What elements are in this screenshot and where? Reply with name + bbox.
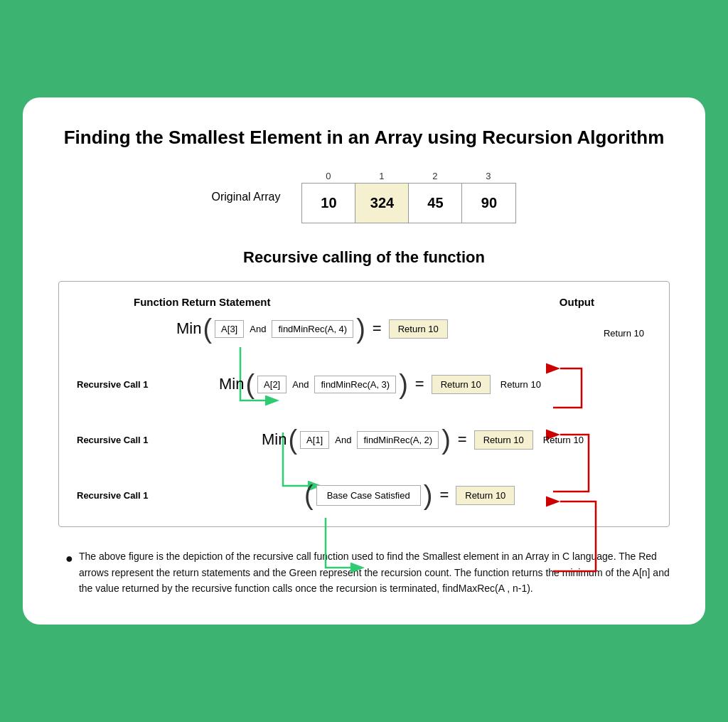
description-item: ● The above figure is the depiction of t…: [65, 548, 670, 596]
close-paren-2: ): [441, 426, 451, 453]
array-box-1: A[2]: [257, 376, 287, 393]
array-index-0: 0: [301, 171, 355, 181]
array-indices: 0 1 2 3: [301, 171, 516, 181]
row-1-content: Min ( A[2] And findMinRec(A, 3) ) = Retu…: [219, 371, 651, 398]
page-title: Finding the Smallest Element in an Array…: [58, 126, 670, 150]
min-label-0: Min: [176, 319, 201, 338]
equals-0: =: [373, 319, 382, 338]
diagram-headers: Function Return Statement Output: [77, 296, 651, 308]
diagram-row-2: Recursive Call 1 Min ( A[1] And findMinR…: [77, 426, 651, 453]
header-right: Output: [560, 296, 594, 308]
call-label-2: Recursive Call 1: [77, 435, 176, 445]
main-card: Finding the Smallest Element in an Array…: [23, 97, 705, 625]
array-cell-3: 90: [462, 184, 515, 223]
bullet-icon: ●: [65, 548, 73, 596]
array-label: Original Array: [212, 191, 281, 203]
and-1: And: [292, 379, 309, 390]
open-paren-2: (: [288, 426, 297, 453]
close-paren-1: ): [399, 371, 408, 398]
return-label-1: Return 10: [500, 379, 541, 390]
description: ● The above figure is the depiction of t…: [58, 548, 670, 596]
row-3-content: ( Base Case Satisfied ) = Return 10: [304, 482, 651, 509]
diagram-row-1: Recursive Call 1 Min ( A[2] And findMinR…: [77, 371, 651, 398]
return-label-2: Return 10: [543, 435, 584, 445]
array-container: 0 1 2 3 10 324 45 90: [301, 171, 516, 223]
diagram-row-3: Recursive Call 1 ( Base Case Satisfied )…: [77, 482, 651, 509]
array-cell-2: 45: [409, 184, 462, 223]
close-paren-3: ): [424, 482, 433, 509]
min-label-1: Min: [219, 375, 244, 393]
func-box-1: findMinRec(A, 3): [314, 376, 396, 393]
array-index-2: 2: [408, 171, 461, 181]
diagram-row-0: Min ( A[3] And findMinRec(A, 4) ) = Retu…: [77, 315, 651, 342]
header-left: Function Return Statement: [134, 296, 271, 308]
array-box-0: A[3]: [215, 320, 244, 338]
description-text: The above figure is the depiction of the…: [79, 548, 670, 596]
base-case-box: Base Case Satisfied: [316, 485, 421, 506]
return-box-1: Return 10: [432, 375, 491, 394]
func-box-2: findMinRec(A, 2): [357, 431, 439, 449]
arrows-svg: [77, 315, 651, 509]
row-0-content: Min ( A[3] And findMinRec(A, 4) ) = Retu…: [176, 315, 651, 342]
close-paren-0: ): [356, 315, 365, 342]
array-index-3: 3: [461, 171, 515, 181]
return-box-3: Return 10: [456, 486, 515, 505]
equals-2: =: [458, 430, 467, 449]
array-box-2: A[1]: [300, 431, 329, 449]
recursive-section-title: Recursive calling of the function: [58, 248, 670, 267]
diagram-box: Function Return Statement Output: [58, 281, 670, 527]
min-label-2: Min: [262, 430, 287, 449]
and-2: And: [335, 435, 351, 445]
row-2-content: Min ( A[1] And findMinRec(A, 2) ) = Retu…: [262, 426, 651, 453]
return-label-0-right: Return 10: [604, 328, 644, 339]
open-paren-3: (: [304, 482, 314, 509]
return-box-2: Return 10: [474, 430, 533, 450]
array-index-1: 1: [355, 171, 408, 181]
open-paren-0: (: [203, 315, 212, 342]
call-label-3: Recursive Call 1: [77, 490, 176, 501]
array-cells: 10 324 45 90: [301, 183, 516, 223]
return-box-0: Return 10: [389, 319, 448, 339]
and-0: And: [250, 324, 266, 334]
array-cell-0: 10: [302, 184, 355, 223]
open-paren-1: (: [245, 371, 255, 398]
array-section: Original Array 0 1 2 3 10 324 45 90: [58, 171, 670, 223]
diagram-rows: Min ( A[3] And findMinRec(A, 4) ) = Retu…: [77, 315, 651, 509]
call-label-1: Recursive Call 1: [77, 379, 176, 390]
equals-3: =: [439, 486, 449, 504]
equals-1: =: [415, 375, 424, 393]
func-box-0: findMinRec(A, 4): [272, 320, 353, 338]
array-cell-1: 324: [355, 184, 409, 223]
